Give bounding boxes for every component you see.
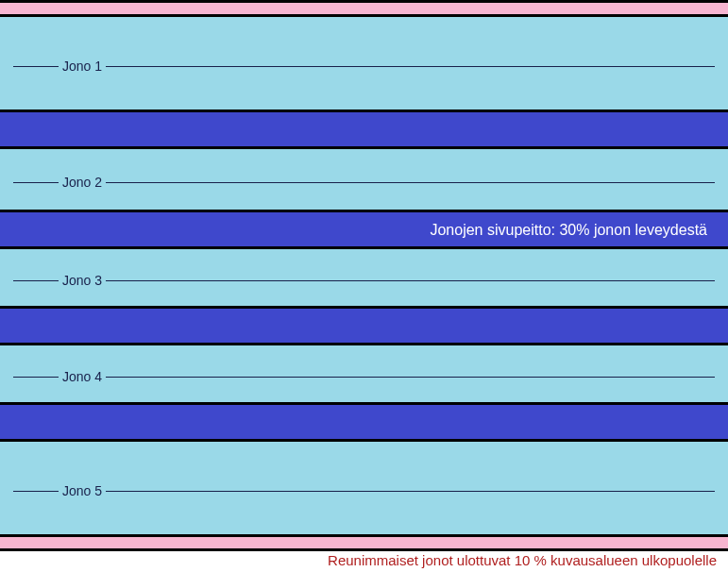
row-label-5: Jono 5 (59, 483, 106, 498)
row-label-2: Jono 2 (59, 175, 106, 190)
overlap-diagram: Jono 1 Jono 2 Jonojen sivupeitto: 30% jo… (0, 0, 728, 572)
tick-left (13, 280, 59, 281)
overlap-label: Jonojen sivupeitto: 30% jonon leveydestä (430, 222, 707, 239)
overlap-band-1 (0, 109, 728, 149)
row-label-wrap-1: Jono 1 (13, 57, 715, 76)
tick-left (13, 377, 59, 378)
tick-right (106, 491, 715, 492)
row-label-wrap-4: Jono 4 (13, 367, 715, 386)
edge-band-bottom (0, 534, 728, 551)
row-band-5: Jono 5 (0, 439, 728, 537)
tick-right (106, 377, 715, 378)
tick-right (106, 182, 715, 183)
row-band-3: Jono 3 (0, 246, 728, 309)
overlap-band-4 (0, 402, 728, 442)
tick-left (13, 66, 59, 67)
overlap-band-3 (0, 306, 728, 345)
row-band-4: Jono 4 (0, 343, 728, 405)
row-band-2: Jono 2 (0, 146, 728, 212)
row-label-4: Jono 4 (59, 369, 106, 384)
row-label-wrap-2: Jono 2 (13, 173, 715, 192)
row-label-wrap-3: Jono 3 (13, 271, 715, 290)
row-label-1: Jono 1 (59, 59, 106, 74)
tick-right (106, 280, 715, 281)
row-label-wrap-5: Jono 5 (13, 481, 715, 500)
footnote: Reunimmaiset jonot ulottuvat 10 % kuvaus… (328, 552, 717, 568)
row-label-3: Jono 3 (59, 273, 106, 288)
tick-right (106, 66, 715, 67)
row-band-1: Jono 1 (0, 14, 728, 112)
tick-left (13, 182, 59, 183)
overlap-band-2: Jonojen sivupeitto: 30% jonon leveydestä (0, 210, 728, 249)
tick-left (13, 491, 59, 492)
